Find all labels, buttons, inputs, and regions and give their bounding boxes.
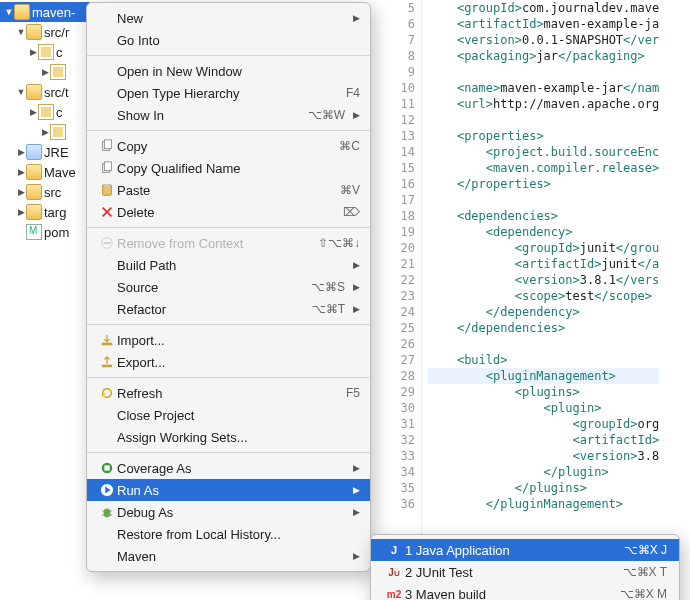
tree-item[interactable]: ▶c [0, 102, 90, 122]
disclosure-icon[interactable]: ▶ [28, 47, 38, 57]
line-number: 34 [380, 464, 415, 480]
code-line[interactable]: <scope>test</scope> [428, 288, 659, 304]
line-number: 10 [380, 80, 415, 96]
disclosure-icon[interactable]: ▶ [28, 107, 38, 117]
code-line[interactable]: <version>3.8 [428, 448, 659, 464]
code-line[interactable]: <artifactId>junit</a [428, 256, 659, 272]
menu-item-paste[interactable]: Paste⌘V [87, 179, 370, 201]
tree-item[interactable]: ▶ [0, 122, 90, 142]
submenu-item-junit-test[interactable]: JU2 JUnit Test⌥⌘X T [371, 561, 679, 583]
code-line[interactable]: <artifactId>maven-example-ja [428, 16, 659, 32]
menu-item-refactor[interactable]: Refactor⌥⌘T▶ [87, 298, 370, 320]
line-number: 23 [380, 288, 415, 304]
menu-item-assign-working-sets[interactable]: Assign Working Sets... [87, 426, 370, 448]
tree-item[interactable]: ▼src/r [0, 22, 90, 42]
disclosure-icon[interactable]: ▶ [16, 187, 26, 197]
tree-item[interactable]: ▶src [0, 182, 90, 202]
menu-item-debug-as[interactable]: Debug As▶ [87, 501, 370, 523]
menu-item-close-project[interactable]: Close Project [87, 404, 370, 426]
tree-icon [26, 84, 42, 100]
menu-item-import[interactable]: Import... [87, 329, 370, 351]
code-line[interactable]: <plugins> [428, 384, 659, 400]
tree-item[interactable]: ▼src/t [0, 82, 90, 102]
svg-rect-3 [104, 162, 111, 171]
svg-point-15 [104, 509, 111, 518]
menu-item-go-into[interactable]: Go Into [87, 29, 370, 51]
disclosure-icon[interactable]: ▼ [16, 27, 26, 37]
code-line[interactable]: <project.build.sourceEnc [428, 144, 659, 160]
line-gutter: 5678910111213141516171819202122232425262… [380, 0, 422, 600]
code-line[interactable]: <url>http://maven.apache.org [428, 96, 659, 112]
tree-item[interactable]: ▼maven- [0, 2, 90, 22]
menu-item-maven[interactable]: Maven▶ [87, 545, 370, 567]
menu-item-export[interactable]: Export... [87, 351, 370, 373]
disclosure-icon[interactable]: ▼ [16, 87, 26, 97]
code-line[interactable]: <pluginManagement> [428, 368, 659, 384]
line-number: 21 [380, 256, 415, 272]
code-line[interactable]: <version>3.8.1</vers [428, 272, 659, 288]
code-line[interactable]: <dependency> [428, 224, 659, 240]
menu-item-run-as[interactable]: Run As▶ [87, 479, 370, 501]
code-line[interactable]: <groupId>com.journaldev.mave [428, 0, 659, 16]
svg-rect-5 [104, 184, 109, 187]
tree-item[interactable]: ▶c [0, 42, 90, 62]
code-line[interactable] [428, 64, 659, 80]
menu-item-open-in-new-window[interactable]: Open in New Window [87, 60, 370, 82]
tree-item[interactable]: ▶targ [0, 202, 90, 222]
disclosure-icon[interactable]: ▶ [40, 67, 50, 77]
code-line[interactable]: <maven.compiler.release> [428, 160, 659, 176]
menu-item-delete[interactable]: Delete⌦ [87, 201, 370, 223]
tree-item[interactable]: ▶ [0, 62, 90, 82]
menu-item-restore-from-local-history[interactable]: Restore from Local History... [87, 523, 370, 545]
line-number: 16 [380, 176, 415, 192]
menu-item-copy[interactable]: Copy⌘C [87, 135, 370, 157]
submenu-item-java-application[interactable]: J1 Java Application⌥⌘X J [371, 539, 679, 561]
disclosure-icon[interactable]: ▶ [16, 147, 26, 157]
code-line[interactable]: <build> [428, 352, 659, 368]
code-line[interactable]: </dependencies> [428, 320, 659, 336]
menu-item-build-path[interactable]: Build Path▶ [87, 254, 370, 276]
code-line[interactable]: </properties> [428, 176, 659, 192]
code-editor[interactable]: 5678910111213141516171819202122232425262… [380, 0, 690, 600]
line-number: 36 [380, 496, 415, 512]
line-number: 26 [380, 336, 415, 352]
menu-item-refresh[interactable]: RefreshF5 [87, 382, 370, 404]
submenu-item-maven-build[interactable]: m23 Maven build⌥⌘X M [371, 583, 679, 600]
disclosure-icon[interactable]: ▶ [16, 167, 26, 177]
code-area[interactable]: <groupId>com.journaldev.mave <artifactId… [422, 0, 659, 600]
code-line[interactable]: </dependency> [428, 304, 659, 320]
tree-icon [38, 104, 54, 120]
code-line[interactable]: <dependencies> [428, 208, 659, 224]
menu-item-open-type-hierarchy[interactable]: Open Type HierarchyF4 [87, 82, 370, 104]
run-as-submenu[interactable]: J1 Java Application⌥⌘X JJU2 JUnit Test⌥⌘… [370, 534, 680, 600]
code-line[interactable]: <properties> [428, 128, 659, 144]
code-line[interactable] [428, 192, 659, 208]
menu-item-copy-qualified-name[interactable]: Copy Qualified Name [87, 157, 370, 179]
code-line[interactable]: <name>maven-example-jar</nam [428, 80, 659, 96]
code-line[interactable]: </plugins> [428, 480, 659, 496]
menu-item-source[interactable]: Source⌥⌘S▶ [87, 276, 370, 298]
code-line[interactable]: </pluginManagement> [428, 496, 659, 512]
tree-icon [26, 204, 42, 220]
disclosure-icon[interactable]: ▶ [40, 127, 50, 137]
disclosure-icon[interactable]: ▼ [4, 7, 14, 17]
tree-item[interactable]: pom [0, 222, 90, 242]
code-line[interactable]: <groupId>org [428, 416, 659, 432]
code-line[interactable]: </plugin> [428, 464, 659, 480]
menu-item-new[interactable]: New▶ [87, 7, 370, 29]
context-menu[interactable]: New▶Go IntoOpen in New WindowOpen Type H… [86, 2, 371, 572]
disclosure-icon[interactable]: ▶ [16, 207, 26, 217]
code-line[interactable] [428, 112, 659, 128]
menu-item-show-in[interactable]: Show In⌥⌘W▶ [87, 104, 370, 126]
tree-item[interactable]: ▶Mave [0, 162, 90, 182]
code-line[interactable]: <groupId>junit</grou [428, 240, 659, 256]
code-line[interactable]: <packaging>jar</packaging> [428, 48, 659, 64]
code-line[interactable]: <version>0.0.1-SNAPSHOT</ver [428, 32, 659, 48]
submenu-arrow-icon: ▶ [353, 110, 360, 120]
code-line[interactable]: <artifactId> [428, 432, 659, 448]
code-line[interactable] [428, 336, 659, 352]
menu-item-coverage-as[interactable]: Coverage As▶ [87, 457, 370, 479]
tree-item[interactable]: ▶JRE [0, 142, 90, 162]
code-line[interactable]: <plugin> [428, 400, 659, 416]
project-explorer[interactable]: ▼maven-▼src/r▶c▶▼src/t▶c▶▶JRE▶Mave▶src▶t… [0, 0, 90, 600]
